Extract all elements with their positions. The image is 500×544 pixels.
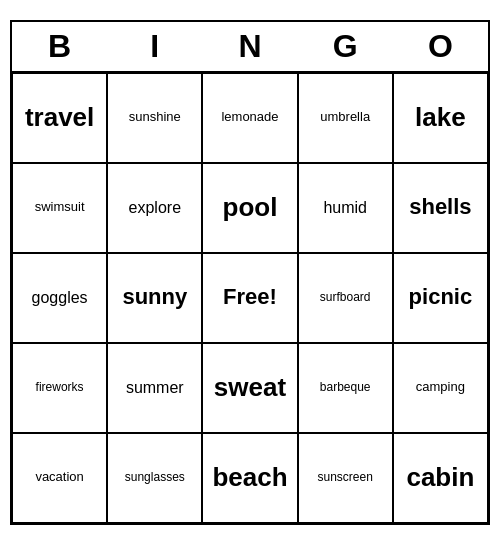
cell-text-r3-c3: barbeque xyxy=(320,381,371,394)
header-letter-i: I xyxy=(107,22,202,71)
cell-text-r4-c2: beach xyxy=(212,463,287,492)
cell-r1-c2: pool xyxy=(202,163,297,253)
cell-text-r2-c3: surfboard xyxy=(320,291,371,304)
cell-text-r0-c4: lake xyxy=(415,103,466,132)
cell-r4-c4: cabin xyxy=(393,433,488,523)
cell-text-r2-c0: goggles xyxy=(32,289,88,307)
cell-text-r1-c2: pool xyxy=(223,193,278,222)
cell-r0-c1: sunshine xyxy=(107,73,202,163)
cell-text-r1-c3: humid xyxy=(323,199,367,217)
cell-r4-c2: beach xyxy=(202,433,297,523)
cell-text-r4-c4: cabin xyxy=(406,463,474,492)
bingo-header: BINGO xyxy=(12,22,488,73)
cell-text-r3-c1: summer xyxy=(126,379,184,397)
cell-text-r4-c3: sunscreen xyxy=(318,471,373,484)
cell-r2-c1: sunny xyxy=(107,253,202,343)
cell-r0-c3: umbrella xyxy=(298,73,393,163)
cell-r3-c2: sweat xyxy=(202,343,297,433)
cell-r1-c3: humid xyxy=(298,163,393,253)
cell-text-r2-c2: Free! xyxy=(223,285,277,309)
cell-r3-c0: fireworks xyxy=(12,343,107,433)
bingo-grid: travelsunshinelemonadeumbrellalakeswimsu… xyxy=(12,73,488,523)
cell-r0-c0: travel xyxy=(12,73,107,163)
cell-r1-c0: swimsuit xyxy=(12,163,107,253)
header-letter-b: B xyxy=(12,22,107,71)
cell-text-r3-c0: fireworks xyxy=(36,381,84,394)
header-letter-o: O xyxy=(393,22,488,71)
header-letter-n: N xyxy=(202,22,297,71)
cell-r4-c1: sunglasses xyxy=(107,433,202,523)
header-letter-g: G xyxy=(298,22,393,71)
bingo-card: BINGO travelsunshinelemonadeumbrellalake… xyxy=(10,20,490,525)
cell-text-r2-c1: sunny xyxy=(122,285,187,309)
cell-text-r1-c1: explore xyxy=(129,199,181,217)
cell-r2-c3: surfboard xyxy=(298,253,393,343)
cell-text-r0-c0: travel xyxy=(25,103,94,132)
cell-r2-c4: picnic xyxy=(393,253,488,343)
cell-text-r1-c0: swimsuit xyxy=(35,200,85,214)
cell-text-r2-c4: picnic xyxy=(409,285,473,309)
cell-r3-c3: barbeque xyxy=(298,343,393,433)
cell-r0-c4: lake xyxy=(393,73,488,163)
cell-text-r1-c4: shells xyxy=(409,195,471,219)
cell-r3-c4: camping xyxy=(393,343,488,433)
cell-text-r0-c2: lemonade xyxy=(221,110,278,124)
cell-text-r4-c1: sunglasses xyxy=(125,471,185,484)
cell-r2-c2: Free! xyxy=(202,253,297,343)
cell-r0-c2: lemonade xyxy=(202,73,297,163)
cell-text-r4-c0: vacation xyxy=(35,470,83,484)
cell-r3-c1: summer xyxy=(107,343,202,433)
cell-text-r0-c1: sunshine xyxy=(129,110,181,124)
cell-r1-c4: shells xyxy=(393,163,488,253)
cell-r4-c0: vacation xyxy=(12,433,107,523)
cell-r1-c1: explore xyxy=(107,163,202,253)
cell-r4-c3: sunscreen xyxy=(298,433,393,523)
cell-r2-c0: goggles xyxy=(12,253,107,343)
cell-text-r3-c4: camping xyxy=(416,380,465,394)
cell-text-r0-c3: umbrella xyxy=(320,110,370,124)
cell-text-r3-c2: sweat xyxy=(214,373,286,402)
